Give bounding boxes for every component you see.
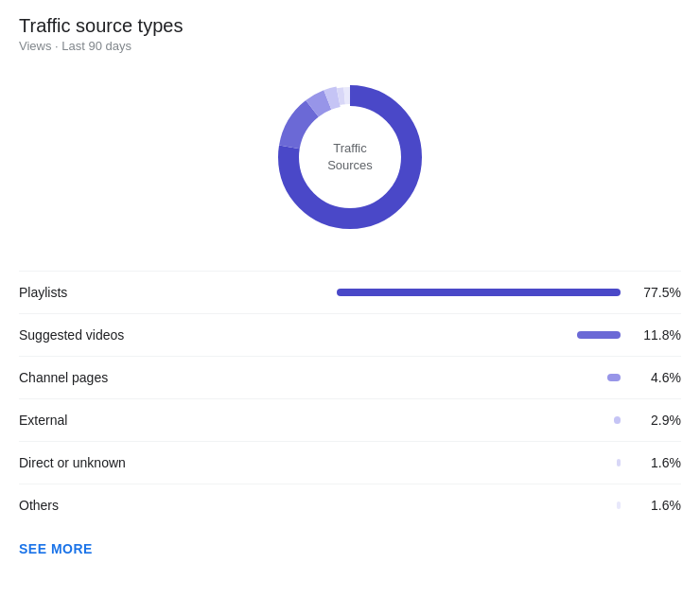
row-value: 11.8% [636,327,681,343]
row-bar-area [208,331,621,339]
table-row: Direct or unknown1.6% [19,441,681,484]
traffic-source-rows: Playlists77.5%Suggested videos11.8%Chann… [19,271,681,526]
table-row: Playlists77.5% [19,271,681,313]
row-value: 1.6% [636,498,681,513]
donut-chart-container: Traffic Sources [19,72,681,242]
row-bar-area [208,374,621,381]
row-label: External [19,413,208,428]
row-bar [337,289,621,296]
row-value: 1.6% [636,455,681,470]
row-label: Suggested videos [19,327,208,343]
donut-chart: Traffic Sources [265,72,435,242]
row-bar-area [208,502,621,509]
row-value: 77.5% [636,285,681,300]
table-row: Suggested videos11.8% [19,313,681,356]
row-label: Channel pages [19,370,208,385]
row-value: 4.6% [636,370,681,385]
row-bar [607,374,621,381]
table-row: Others1.6% [19,484,681,526]
row-label: Others [19,498,208,513]
page-subtitle: Views · Last 90 days [19,39,681,53]
row-bar-area [208,289,621,296]
row-label: Direct or unknown [19,455,208,470]
see-more-button[interactable]: SEE MORE [19,541,93,556]
row-bar [614,416,621,424]
row-label: Playlists [19,285,208,300]
row-bar [577,331,621,339]
row-bar [617,459,621,466]
row-bar-area [208,416,621,424]
page-title: Traffic source types [19,15,681,37]
donut-center-label: Traffic Sources [327,140,373,174]
row-bar [617,502,621,509]
row-bar-area [208,459,621,466]
row-value: 2.9% [636,413,681,428]
table-row: External2.9% [19,398,681,441]
table-row: Channel pages4.6% [19,356,681,398]
